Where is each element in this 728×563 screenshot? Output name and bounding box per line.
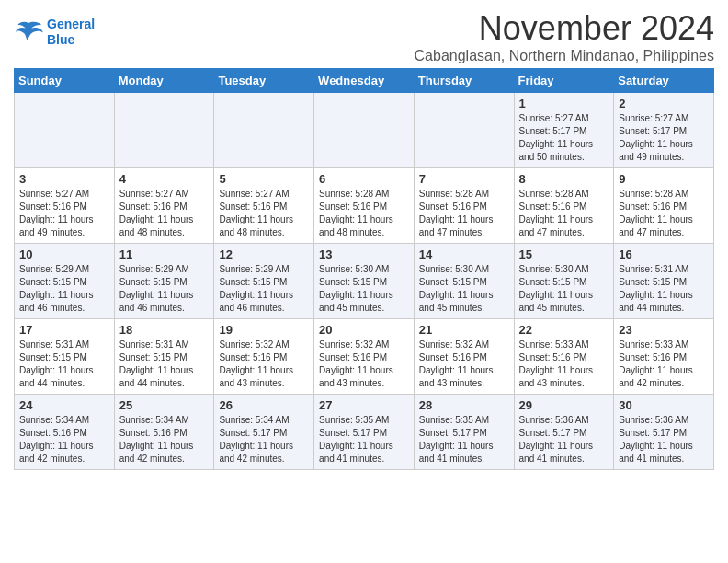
day-number: 28 (419, 398, 509, 412)
day-number: 4 (119, 172, 210, 186)
day-cell: 14Sunrise: 5:30 AMSunset: 5:15 PMDayligh… (414, 244, 514, 319)
day-number: 19 (219, 323, 309, 337)
day-info: Sunrise: 5:35 AMSunset: 5:17 PMDaylight:… (319, 414, 409, 465)
day-cell (414, 93, 514, 168)
day-number: 14 (419, 247, 509, 261)
day-info: Sunrise: 5:28 AMSunset: 5:16 PMDaylight:… (519, 188, 609, 239)
day-cell: 23Sunrise: 5:33 AMSunset: 5:16 PMDayligh… (614, 319, 714, 395)
day-info: Sunrise: 5:29 AMSunset: 5:15 PMDaylight:… (219, 263, 309, 315)
day-number: 5 (219, 172, 309, 186)
day-cell: 15Sunrise: 5:30 AMSunset: 5:15 PMDayligh… (514, 244, 614, 319)
header-sunday: Sunday (15, 69, 115, 93)
logo-line2: Blue (47, 32, 74, 47)
calendar-header: SundayMondayTuesdayWednesdayThursdayFrid… (15, 69, 714, 93)
day-cell: 26Sunrise: 5:34 AMSunset: 5:17 PMDayligh… (214, 395, 314, 470)
day-cell: 12Sunrise: 5:29 AMSunset: 5:15 PMDayligh… (214, 244, 314, 319)
day-number: 26 (219, 398, 309, 412)
header-row: SundayMondayTuesdayWednesdayThursdayFrid… (15, 69, 714, 93)
day-info: Sunrise: 5:27 AMSunset: 5:16 PMDaylight:… (19, 188, 109, 239)
day-info: Sunrise: 5:34 AMSunset: 5:17 PMDaylight:… (219, 414, 309, 465)
day-info: Sunrise: 5:27 AMSunset: 5:16 PMDaylight:… (119, 188, 210, 239)
day-number: 15 (519, 247, 609, 261)
day-cell: 2Sunrise: 5:27 AMSunset: 5:17 PMDaylight… (614, 93, 714, 168)
day-number: 12 (219, 247, 309, 261)
day-info: Sunrise: 5:36 AMSunset: 5:17 PMDaylight:… (519, 414, 609, 465)
day-info: Sunrise: 5:30 AMSunset: 5:15 PMDaylight:… (319, 263, 409, 315)
day-info: Sunrise: 5:34 AMSunset: 5:16 PMDaylight:… (19, 414, 109, 465)
day-cell: 22Sunrise: 5:33 AMSunset: 5:16 PMDayligh… (514, 319, 614, 395)
day-cell: 21Sunrise: 5:32 AMSunset: 5:16 PMDayligh… (414, 319, 514, 395)
week-row-4: 17Sunrise: 5:31 AMSunset: 5:15 PMDayligh… (15, 319, 714, 395)
day-number: 29 (519, 398, 609, 412)
day-info: Sunrise: 5:29 AMSunset: 5:15 PMDaylight:… (19, 263, 109, 315)
day-info: Sunrise: 5:27 AMSunset: 5:16 PMDaylight:… (219, 188, 309, 239)
day-cell: 24Sunrise: 5:34 AMSunset: 5:16 PMDayligh… (15, 395, 115, 470)
day-cell: 9Sunrise: 5:28 AMSunset: 5:16 PMDaylight… (614, 168, 714, 244)
day-cell: 1Sunrise: 5:27 AMSunset: 5:17 PMDaylight… (514, 93, 614, 168)
day-cell: 13Sunrise: 5:30 AMSunset: 5:15 PMDayligh… (314, 244, 415, 319)
day-info: Sunrise: 5:35 AMSunset: 5:17 PMDaylight:… (419, 414, 509, 465)
logo-icon (14, 19, 43, 45)
day-cell: 19Sunrise: 5:32 AMSunset: 5:16 PMDayligh… (214, 319, 314, 395)
day-number: 13 (319, 247, 409, 261)
day-number: 25 (119, 398, 210, 412)
day-cell: 25Sunrise: 5:34 AMSunset: 5:16 PMDayligh… (114, 395, 214, 470)
day-number: 24 (19, 398, 109, 412)
day-info: Sunrise: 5:31 AMSunset: 5:15 PMDaylight:… (119, 339, 210, 390)
week-row-2: 3Sunrise: 5:27 AMSunset: 5:16 PMDaylight… (15, 168, 714, 244)
day-number: 16 (619, 247, 709, 261)
header-saturday: Saturday (614, 69, 714, 93)
day-cell (114, 93, 214, 168)
week-row-3: 10Sunrise: 5:29 AMSunset: 5:15 PMDayligh… (15, 244, 714, 319)
day-number: 1 (519, 97, 609, 110)
day-number: 27 (319, 398, 409, 412)
month-title: November 2024 (415, 9, 714, 48)
day-info: Sunrise: 5:29 AMSunset: 5:15 PMDaylight:… (119, 263, 210, 315)
day-cell: 11Sunrise: 5:29 AMSunset: 5:15 PMDayligh… (114, 244, 214, 319)
day-cell: 8Sunrise: 5:28 AMSunset: 5:16 PMDaylight… (514, 168, 614, 244)
header-friday: Friday (514, 69, 614, 93)
day-number: 20 (319, 323, 409, 337)
day-number: 10 (19, 247, 109, 261)
day-info: Sunrise: 5:32 AMSunset: 5:16 PMDaylight:… (219, 339, 309, 390)
day-number: 2 (619, 97, 709, 110)
day-number: 18 (119, 323, 210, 337)
day-info: Sunrise: 5:31 AMSunset: 5:15 PMDaylight:… (19, 339, 109, 390)
day-cell: 30Sunrise: 5:36 AMSunset: 5:17 PMDayligh… (614, 395, 714, 470)
day-cell: 28Sunrise: 5:35 AMSunset: 5:17 PMDayligh… (414, 395, 514, 470)
day-info: Sunrise: 5:27 AMSunset: 5:17 PMDaylight:… (519, 112, 609, 164)
title-section: November 2024 Cabanglasan, Northern Mind… (415, 9, 714, 64)
day-info: Sunrise: 5:34 AMSunset: 5:16 PMDaylight:… (119, 414, 210, 465)
day-cell: 5Sunrise: 5:27 AMSunset: 5:16 PMDaylight… (214, 168, 314, 244)
day-info: Sunrise: 5:28 AMSunset: 5:16 PMDaylight:… (419, 188, 509, 239)
day-cell: 20Sunrise: 5:32 AMSunset: 5:16 PMDayligh… (314, 319, 415, 395)
location-title: Cabanglasan, Northern Mindanao, Philippi… (415, 48, 714, 64)
day-cell (15, 93, 115, 168)
day-cell (314, 93, 415, 168)
week-row-5: 24Sunrise: 5:34 AMSunset: 5:16 PMDayligh… (15, 395, 714, 470)
calendar-table: SundayMondayTuesdayWednesdayThursdayFrid… (14, 68, 714, 470)
day-cell: 3Sunrise: 5:27 AMSunset: 5:16 PMDaylight… (15, 168, 115, 244)
header-monday: Monday (114, 69, 214, 93)
day-info: Sunrise: 5:31 AMSunset: 5:15 PMDaylight:… (619, 263, 709, 315)
day-cell: 17Sunrise: 5:31 AMSunset: 5:15 PMDayligh… (15, 319, 115, 395)
day-cell: 16Sunrise: 5:31 AMSunset: 5:15 PMDayligh… (614, 244, 714, 319)
calendar-body: 1Sunrise: 5:27 AMSunset: 5:17 PMDaylight… (15, 93, 714, 470)
day-cell: 29Sunrise: 5:36 AMSunset: 5:17 PMDayligh… (514, 395, 614, 470)
day-number: 8 (519, 172, 609, 186)
day-info: Sunrise: 5:36 AMSunset: 5:17 PMDaylight:… (619, 414, 709, 465)
page-header: General Blue November 2024 Cabanglasan, … (14, 9, 714, 64)
day-cell: 4Sunrise: 5:27 AMSunset: 5:16 PMDaylight… (114, 168, 214, 244)
day-info: Sunrise: 5:32 AMSunset: 5:16 PMDaylight:… (419, 339, 509, 390)
header-wednesday: Wednesday (314, 69, 415, 93)
day-number: 6 (319, 172, 409, 186)
day-cell: 27Sunrise: 5:35 AMSunset: 5:17 PMDayligh… (314, 395, 415, 470)
day-number: 23 (619, 323, 709, 337)
day-number: 9 (619, 172, 709, 186)
day-info: Sunrise: 5:33 AMSunset: 5:16 PMDaylight:… (619, 339, 709, 390)
day-cell: 6Sunrise: 5:28 AMSunset: 5:16 PMDaylight… (314, 168, 415, 244)
day-cell: 18Sunrise: 5:31 AMSunset: 5:15 PMDayligh… (114, 319, 214, 395)
logo: General Blue (14, 17, 95, 48)
day-number: 30 (619, 398, 709, 412)
week-row-1: 1Sunrise: 5:27 AMSunset: 5:17 PMDaylight… (15, 93, 714, 168)
